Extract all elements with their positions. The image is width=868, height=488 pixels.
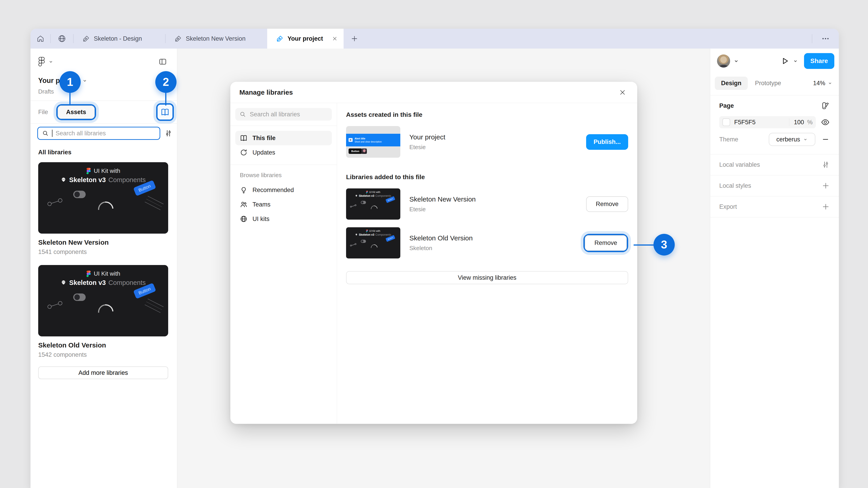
view-missing-libraries-button[interactable]: View missing libraries [346,271,628,284]
styles-swatchbook-icon[interactable] [821,101,830,110]
callout-step-3: 3 [653,234,675,256]
callout-2-stem [165,92,166,105]
canvas[interactable]: Manage libraries Search all libraries [177,48,710,488]
local-variables-label: Local variables [719,161,822,168]
tab-your-project-active[interactable]: Your project [267,29,344,48]
skull-icon [355,195,358,197]
plus-icon[interactable] [822,182,830,190]
local-styles-row[interactable]: Local styles [719,175,830,196]
nav-item-recommended[interactable]: Recommended [235,183,332,197]
row-title: Your project [409,133,577,141]
skull-icon [61,280,66,286]
tab-design[interactable]: Design [715,76,748,90]
search-input[interactable]: Search all libraries [37,127,160,140]
tab-prototype[interactable]: Prototype [749,76,786,90]
figma-mini-logo-icon [86,270,91,277]
more-dots-icon [821,34,830,43]
assets-created-heading: Assets created in this file [346,111,628,119]
remove-button-highlighted[interactable]: Remove [585,235,627,251]
modal-title: Manage libraries [239,89,617,96]
color-swatch[interactable] [722,119,730,126]
decorative-button-label: Button [388,236,393,240]
page-color-input[interactable]: F5F5F5 100 % [719,116,816,128]
home-button[interactable] [31,29,51,48]
tab-skeleton-design[interactable]: Skeleton - Design [73,29,165,48]
decorative-toggle [361,201,366,204]
library-thumbnail: UI Kit with Skeleton v3 Components [346,188,400,220]
window-menu-button[interactable] [812,29,839,48]
page-label: Page [719,102,821,109]
publish-button[interactable]: Publish... [586,134,628,150]
eye-visibility-icon[interactable] [821,118,830,127]
nav-label: Updates [252,149,275,156]
nav-item-this-file[interactable]: This file [235,131,332,145]
toggle-panel-icon[interactable] [158,57,167,66]
callout-step-2: 2 [155,71,177,93]
library-card[interactable]: UI Kit with Skeleton v3 Components Butto… [31,261,177,358]
share-button[interactable]: Share [804,53,834,69]
local-variables-row[interactable]: Local variables [719,154,830,175]
pen-nib-icon [83,35,90,42]
page-color-row: F5F5F5 100 % [719,116,830,128]
text-cursor [52,130,53,137]
user-avatar[interactable] [717,55,730,68]
theme-row: Theme cerberus [719,133,830,146]
nav-item-teams[interactable]: Teams [235,197,332,212]
row-subtitle: Skeleton [409,245,575,252]
callout-3-stem [633,245,654,246]
thumb-alert-title: Alert title [354,137,381,140]
decorative-slider [350,204,357,208]
local-styles-label: Local styles [719,182,822,189]
modal-search-input[interactable]: Search all libraries [235,108,332,121]
decorative-toggle [361,240,366,243]
nav-item-updates[interactable]: Updates [235,145,332,160]
present-play-icon[interactable] [780,57,789,66]
thumb-kit-line: UI Kit with [369,230,380,232]
chevron-down-icon[interactable] [793,58,798,64]
tab-assets[interactable]: Assets [58,105,95,119]
theme-select[interactable]: cerberus [769,133,815,146]
decorative-spinner [95,301,116,323]
chevron-down-icon[interactable] [48,59,54,64]
tab-close-icon[interactable] [332,35,338,42]
library-card[interactable]: UI Kit with Skeleton v3 Components Butto… [31,158,177,256]
row-title: Skeleton Old Version [409,234,575,242]
thumb-name-bold: Skeleton v3 [359,194,374,197]
chevron-down-icon[interactable] [733,58,739,64]
library-search-row: Search all libraries [31,124,177,143]
thumb-alert-banner: Alert title Short and clear description [346,134,400,147]
modal-header: Manage libraries [230,82,637,103]
figma-app-window: Skeleton - Design Skeleton New Version Y… [31,29,839,488]
close-icon[interactable] [617,87,628,98]
file-title-row[interactable]: Your project [31,75,177,87]
file-assets-tabs-row: File Assets [31,101,177,123]
figma-logo-icon[interactable] [38,57,45,66]
divider [230,165,337,165]
globe-icon [240,215,248,223]
thumb-kit-line: UI Kit with [94,270,120,277]
variables-sliders-icon[interactable] [822,161,830,169]
new-tab-button[interactable] [344,29,365,48]
library-name: Skeleton Old Version [38,341,169,349]
zoom-control[interactable]: 14% [813,80,833,87]
tab-file[interactable]: File [38,109,48,116]
filter-sliders-icon[interactable] [164,129,173,137]
search-icon [42,130,49,137]
opacity-value[interactable]: 100 [794,119,804,126]
tab-skeleton-new-version[interactable]: Skeleton New Version [165,29,267,48]
file-location[interactable]: Drafts [31,87,177,96]
thumb-name-bold: Skeleton v3 [69,279,106,287]
library-component-count: 1541 components [38,249,169,256]
export-row[interactable]: Export [719,196,830,217]
library-book-button[interactable] [158,105,173,120]
add-more-libraries-button[interactable]: Add more libraries [38,366,168,379]
row-title: Skeleton New Version [409,195,577,203]
tab-label: Skeleton New Version [186,35,246,42]
minus-remove-theme-icon[interactable] [821,135,830,144]
community-button[interactable] [51,29,73,48]
figma-mini-logo-icon [86,168,91,174]
nav-item-ui-kits[interactable]: UI kits [235,212,332,226]
remove-button[interactable]: Remove [586,196,628,212]
plus-icon[interactable] [822,203,830,211]
zoom-level: 14% [813,80,825,87]
